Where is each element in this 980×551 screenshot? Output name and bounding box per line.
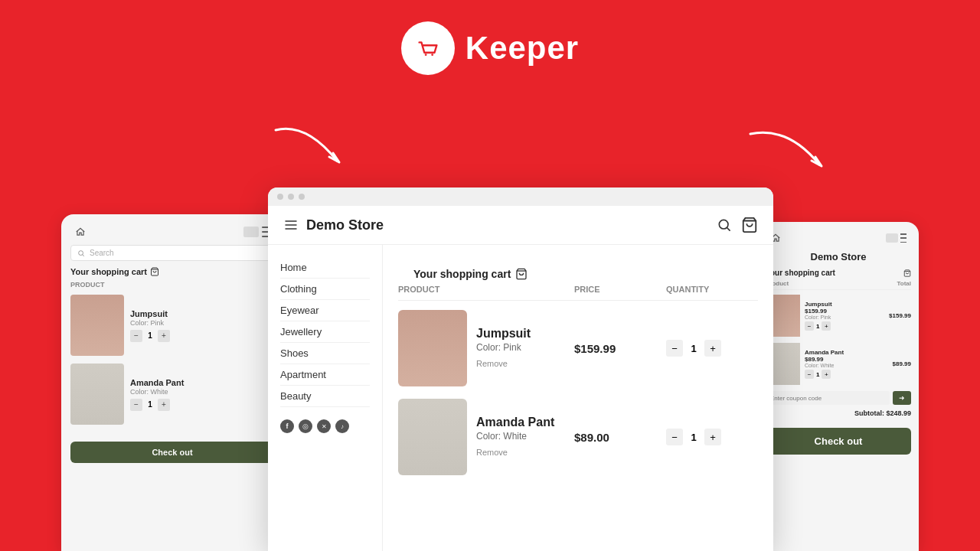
tiktok-icon[interactable]: ♪ — [335, 419, 349, 433]
center-product-2-image — [398, 399, 467, 475]
right-qty-1-value: 1 — [816, 323, 819, 330]
topbar-icons — [243, 227, 270, 237]
left-product-1-info: Jumpsuit Color: Pink − 1 + — [130, 309, 274, 342]
center-qty-2-value: 1 — [688, 432, 700, 443]
left-qty-2-plus[interactable]: + — [158, 399, 170, 411]
search-icon-center[interactable] — [717, 217, 732, 233]
center-qty-2-minus[interactable]: − — [666, 429, 683, 445]
sidebar-item-shoes[interactable]: Shoes — [280, 343, 370, 364]
center-cart-title: Your shopping cart — [398, 257, 758, 285]
center-store-title: Demo Store — [306, 217, 384, 233]
left-product-1-name: Jumpsuit — [130, 309, 274, 318]
right-qty-2: − 1 + — [805, 370, 880, 379]
browser-chrome — [268, 187, 773, 206]
hamburger-icon[interactable] — [283, 217, 299, 233]
right-checkout-button[interactable]: Check out — [766, 428, 911, 455]
facebook-icon[interactable]: f — [280, 419, 294, 433]
subtotal-row: Subtotal: $248.99 — [766, 409, 911, 417]
right-product-2-info: Amanda Pant $89.99 Color: White − 1 + — [805, 349, 880, 379]
coupon-apply-button[interactable]: ➜ — [893, 391, 911, 405]
center-qty-1: − 1 + — [666, 340, 758, 357]
right-qty-1-plus[interactable]: + — [822, 321, 831, 331]
left-qty-1-minus[interactable]: − — [130, 330, 142, 342]
left-product-1-color: Color: Pink — [130, 319, 274, 327]
left-qty-1-value: 1 — [145, 331, 155, 340]
bag-icon-center[interactable] — [741, 217, 758, 233]
sidebar-item-home[interactable]: Home — [280, 257, 370, 279]
search-placeholder: Search — [90, 249, 114, 257]
center-qty-1-plus[interactable]: + — [704, 340, 721, 357]
left-checkout-button[interactable]: Check out — [70, 442, 274, 463]
left-qty-1: − 1 + — [130, 330, 274, 342]
center-product-2: Amanda Pant Color: White Remove $89.00 −… — [398, 399, 758, 475]
left-product-1-image — [70, 295, 124, 356]
left-product-2-image — [70, 364, 124, 425]
right-cart-title: Your shopping cart — [766, 269, 911, 277]
right-table-header: Product Total — [766, 280, 911, 290]
right-mockup: Demo Store Your shopping cart Product To… — [758, 222, 919, 551]
app-header: Keeper — [0, 0, 980, 75]
mockups-container: Search Your shopping cart Product Jumpsu… — [0, 187, 980, 551]
center-header-icons — [717, 217, 758, 233]
center-header: Demo Store — [268, 206, 773, 245]
left-product-2-info: Amanda Pant Color: White − 1 + — [130, 378, 274, 411]
col-price: Price — [574, 285, 666, 294]
right-col-total: Total — [897, 280, 911, 287]
center-product-1-price: $159.99 — [574, 342, 666, 355]
center-qty-1-minus[interactable]: − — [666, 340, 683, 357]
center-product-1-remove[interactable]: Remove — [476, 359, 508, 368]
sidebar-item-eyewear[interactable]: Eyewear — [280, 300, 370, 321]
left-qty-2-minus[interactable]: − — [130, 399, 142, 411]
right-tab-icon — [886, 233, 898, 243]
logo-circle — [401, 21, 455, 75]
sidebar-item-beauty[interactable]: Beauty — [280, 386, 370, 407]
sidebar-item-jewellery[interactable]: Jewellery — [280, 321, 370, 343]
browser-dot-2 — [288, 194, 294, 200]
center-product-2-info: Amanda Pant Color: White Remove — [476, 416, 554, 458]
col-quantity: Quantity — [666, 285, 758, 294]
instagram-icon[interactable]: ◎ — [299, 419, 312, 433]
right-menu-icon — [900, 233, 906, 243]
center-product-1-cell: Jumpsuit Color: Pink Remove — [398, 310, 574, 386]
right-product-1-color: Color: Pink — [805, 315, 880, 320]
coupon-input[interactable] — [766, 391, 890, 405]
left-cart-title: Your shopping cart — [70, 267, 274, 276]
center-sidebar: Home Clothing Eyewear Jewellery Shoes Ap… — [268, 245, 383, 551]
center-qty-2-plus[interactable]: + — [704, 429, 721, 445]
right-qty-2-value: 1 — [816, 371, 819, 378]
brand-name: Keeper — [466, 30, 579, 67]
left-qty-1-plus[interactable]: + — [158, 330, 170, 342]
right-product-1-name: Jumpsuit — [805, 301, 880, 308]
right-product-1-info: Jumpsuit $159.99 Color: Pink − 1 + — [805, 301, 880, 331]
social-icons: f ◎ ✕ ♪ — [280, 419, 370, 433]
search-bar[interactable]: Search — [70, 245, 274, 261]
sidebar-item-apartment[interactable]: Apartment — [280, 364, 370, 386]
right-qty-2-plus[interactable]: + — [822, 370, 831, 379]
left-mockup: Search Your shopping cart Product Jumpsu… — [61, 214, 283, 551]
right-product-2-total: $89.99 — [884, 360, 911, 367]
search-icon — [77, 249, 85, 257]
svg-rect-0 — [413, 34, 443, 63]
browser-dot-3 — [299, 194, 305, 200]
left-product-2: Amanda Pant Color: White − 1 + — [70, 364, 274, 425]
right-product-2-color: Color: White — [805, 363, 880, 368]
left-product-header: Product — [70, 281, 274, 289]
left-topbar — [70, 223, 274, 240]
right-qty-2-minus[interactable]: − — [805, 370, 814, 379]
cart-logo-icon — [413, 34, 443, 63]
right-qty-1: − 1 + — [805, 321, 880, 331]
home-icon — [75, 227, 86, 237]
arrow-right-icon — [735, 119, 835, 180]
right-topbar — [766, 230, 911, 246]
right-product-2-price: $89.99 — [805, 356, 880, 363]
right-store-title: Demo Store — [766, 251, 911, 262]
center-product-2-remove[interactable]: Remove — [476, 448, 508, 457]
sidebar-item-clothing[interactable]: Clothing — [280, 279, 370, 300]
center-table-header: Product Price Quantity — [398, 285, 758, 301]
right-qty-1-minus[interactable]: − — [805, 321, 814, 331]
center-mockup: Demo Store Home Clothing Eyewear — [268, 187, 773, 551]
right-topbar-icons — [886, 233, 906, 243]
arrow-left-icon — [260, 115, 360, 176]
twitter-icon[interactable]: ✕ — [317, 419, 331, 433]
browser-dot-1 — [277, 194, 283, 200]
